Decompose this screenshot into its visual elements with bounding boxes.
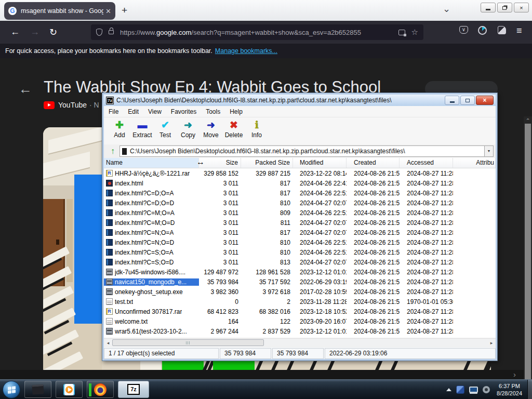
taskbar-clock[interactable]: 6:37 PM 8/28/2024	[497, 382, 522, 397]
toolbar-extract-button[interactable]: ▬Extract	[131, 117, 154, 144]
file-row[interactable]: navicat150_mongodb_e...35 793 98435 717 …	[104, 277, 496, 287]
file-row[interactable]: test.txt022023-11-28 11:282024-08-26 21:…	[104, 297, 496, 307]
toolbar-add-button[interactable]: ✚Add	[108, 117, 131, 144]
forward-icon[interactable]: →	[30, 26, 39, 37]
carousel-right-chevron-icon[interactable]: ›	[513, 370, 516, 379]
menu-favorites[interactable]: Favorites	[166, 108, 201, 115]
column-header-size[interactable]: Size	[199, 158, 241, 168]
pocket-icon[interactable]: ∨	[459, 26, 468, 34]
url-bar[interactable]: https://www.google.com/search?q=msagent+…	[91, 24, 423, 40]
browser-tab[interactable]: G msagent wabbit show - Googl ✕	[4, 2, 115, 20]
file-row[interactable]: jdk-7u45-windows-i586....129 487 972128 …	[104, 267, 496, 277]
tab-close-icon[interactable]: ✕	[105, 7, 111, 15]
column-header-packed-size[interactable]: Packed Size	[241, 158, 293, 168]
file-row[interactable]: index.html?C=M;O=A3 0118092024-04-26 22:…	[104, 208, 496, 218]
column-header-modified[interactable]: Modified	[293, 158, 347, 168]
menu-help[interactable]: Help	[225, 108, 247, 115]
hidden-icons-arrow-icon[interactable]	[446, 388, 451, 391]
file-row[interactable]: index.html?C=S;O=A3 0118102024-04-26 22:…	[104, 247, 496, 257]
toolbar-test-button[interactable]: ✔Test	[154, 117, 177, 144]
file-mod-cell: 2023-12-12 01:01	[293, 269, 347, 276]
video-thumbnail[interactable]	[43, 127, 102, 370]
sevenzip-maximize-button[interactable]	[460, 96, 475, 105]
menu-hamburger-icon[interactable]: ≡	[516, 25, 522, 36]
screenshot-icon[interactable]	[398, 30, 405, 35]
taskbar-firefox-button[interactable]	[87, 381, 114, 398]
column-header-attribu[interactable]: Attribu	[453, 158, 496, 168]
toolbar-delete-button[interactable]: ✖Delete	[222, 117, 245, 144]
scrollbar-thumb[interactable]	[525, 124, 531, 379]
hscroll-right-icon[interactable]: ▸	[488, 340, 495, 346]
hscroll-thumb[interactable]	[112, 339, 264, 346]
address-combo[interactable]: C:\Users\Joseph Biden\Desktop\cloud.hf6I…	[119, 145, 494, 157]
sevenzip-icon: 7z	[127, 384, 140, 395]
video-image-strip	[102, 361, 491, 370]
sevenzip-close-button[interactable]: ×	[476, 96, 494, 105]
tab-list-chevron-icon[interactable]: ⌄	[443, 3, 450, 15]
file-row[interactable]: RUnconfirmed 307817.rar68 412 82368 382 …	[104, 307, 496, 316]
maximize-icon	[466, 99, 470, 102]
horizontal-scrollbar[interactable]: ◂ ▸	[104, 338, 496, 347]
file-mod-cell: 2024-04-26 22:51	[293, 190, 347, 197]
file-row[interactable]: index.html?C=N;O=D3 0118102024-04-26 22:…	[104, 237, 496, 247]
page-back-arrow-icon[interactable]: ←	[19, 81, 32, 97]
pie-timer-extension-icon[interactable]	[478, 26, 487, 35]
lock-icon[interactable]	[109, 30, 114, 34]
security-tray-icon[interactable]	[456, 385, 464, 394]
file-pack-cell: 809	[241, 209, 293, 217]
taskbar-dark-app-button[interactable]	[24, 381, 51, 398]
bookmark-star-icon[interactable]: ☆	[411, 28, 418, 37]
parent-folder-icon[interactable]: ↑	[106, 147, 119, 156]
column-header-name[interactable]: Name	[104, 158, 199, 168]
taskbar-media-player-button[interactable]	[56, 381, 83, 398]
sevenzip-minimize-button[interactable]	[445, 96, 459, 105]
new-tab-button[interactable]: +	[122, 5, 127, 16]
menu-tools[interactable]: Tools	[201, 108, 225, 115]
toolbar-info-button[interactable]: ℹInfo	[245, 117, 268, 144]
close-button[interactable]: ×	[514, 3, 529, 12]
file-row[interactable]: welcome.txt1641222023-09-20 16:072024-08…	[104, 316, 496, 326]
toolbar-move-button[interactable]: ➜Move	[200, 117, 222, 144]
display-tray-icon[interactable]	[469, 387, 478, 393]
start-button[interactable]	[3, 381, 20, 398]
toolbar-copy-button[interactable]: ➜Copy	[177, 117, 200, 144]
restore-button[interactable]	[497, 3, 512, 12]
shield-icon[interactable]	[96, 29, 102, 36]
column-header-created[interactable]: Created	[347, 158, 400, 168]
manage-bookmarks-link[interactable]: Manage bookmarks...	[215, 47, 277, 55]
address-dropdown-icon[interactable]: ▼	[484, 146, 493, 156]
file-row[interactable]: index.html?C=M;O=D3 0118112024-04-27 02:…	[104, 218, 496, 228]
file-row[interactable]: RHHRJ-ä½çè¿ä¿®-1221.rar329 858 152329 88…	[104, 168, 496, 178]
menu-view[interactable]: View	[143, 108, 166, 115]
toolbar-label: Copy	[177, 131, 200, 139]
html-file-icon	[106, 190, 113, 196]
reload-icon[interactable]: ↻	[49, 26, 57, 38]
back-icon[interactable]: ←	[10, 26, 20, 37]
sevenzip-titlebar[interactable]: 7z C:\Users\Joseph Biden\Desktop\cloud.h…	[104, 95, 496, 106]
file-row[interactable]: index.html?C=N;O=A3 0118172024-04-27 02:…	[104, 228, 496, 237]
file-pack-cell: 35 717 592	[241, 278, 293, 286]
file-row[interactable]: index.html?C=S;O=D3 0118132024-04-27 02:…	[104, 257, 496, 267]
taskbar-sevenzip-button[interactable]: 7z	[118, 381, 149, 398]
file-row[interactable]: onekey-ghost_setup.exe3 982 3603 972 618…	[104, 287, 496, 297]
file-row[interactable]: wrar5.61(test-2023-10-2...2 967 2442 837…	[104, 326, 496, 336]
minimize-button[interactable]	[481, 3, 496, 12]
file-row[interactable]: index.html?C=D;O=A3 0118172024-04-26 22:…	[104, 188, 496, 198]
file-row[interactable]: index.html?C=D;O=D3 0118102024-04-27 02:…	[104, 198, 496, 208]
volume-tray-icon[interactable]	[483, 386, 490, 393]
menu-edit[interactable]: Edit	[123, 108, 143, 115]
hscroll-left-icon[interactable]: ◂	[104, 340, 112, 346]
file-row[interactable]: index.html3 0118172024-04-26 22:412024-0…	[104, 178, 496, 188]
url-text[interactable]: https://www.google.com/search?q=msagent+…	[120, 29, 392, 36]
address-path[interactable]: C:\Users\Joseph Biden\Desktop\cloud.hf6I…	[130, 148, 484, 155]
file-name: index.html?C=M;O=A	[115, 209, 175, 217]
menu-file[interactable]: File	[104, 108, 123, 115]
browser-scrollbar[interactable]: ⌃ ⌄	[524, 116, 532, 379]
extension-icon[interactable]	[498, 26, 506, 34]
file-mod-cell: 2023-12-12 01:01	[293, 328, 347, 335]
file-acc-cell: 2024-08-27 11:28	[400, 229, 453, 236]
file-cre-cell: 2024-08-26 21:54	[347, 278, 400, 286]
source-label[interactable]: YouTube	[58, 101, 87, 109]
column-header-accessed[interactable]: Accessed	[400, 158, 453, 168]
show-desktop-button[interactable]	[527, 380, 532, 399]
